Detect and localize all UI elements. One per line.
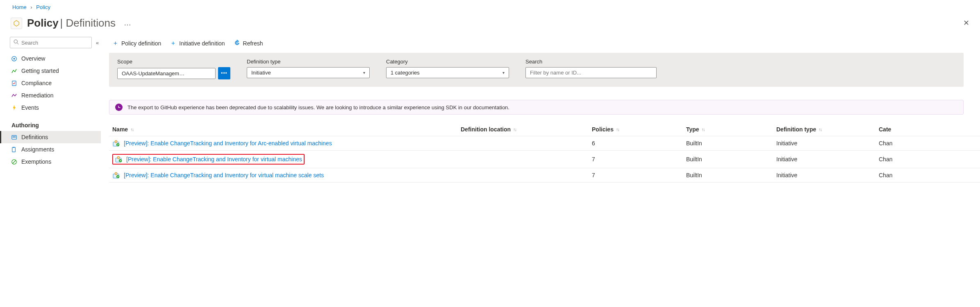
sidebar-item-compliance[interactable]: Compliance: [0, 77, 101, 89]
sidebar-item-exemptions[interactable]: Exemptions: [0, 156, 101, 168]
cell-type: BuiltIn: [686, 156, 776, 163]
plus-icon: ＋: [170, 39, 176, 47]
definition-link[interactable]: [Preview]: Enable ChangeTracking and Inv…: [124, 172, 324, 178]
policy-icon: [11, 18, 22, 29]
sidebar-item-label: Getting started: [21, 68, 59, 74]
initiative-icon: [112, 172, 120, 179]
events-icon: [11, 104, 17, 111]
sidebar-collapse[interactable]: «: [94, 38, 100, 47]
sidebar-item-label: Events: [21, 104, 39, 111]
cell-type: BuiltIn: [686, 140, 776, 147]
cell-type: BuiltIn: [686, 172, 776, 178]
dropdown-value: 1 categories: [391, 70, 420, 76]
grid-header: Name↑↓ Definition location↑↓ Policies↑↓ …: [109, 123, 980, 136]
toolbar-label: Initiative definition: [179, 40, 225, 47]
definition-link[interactable]: [Preview]: Enable ChangeTracking and Inv…: [124, 140, 332, 147]
sort-icon: ↑↓: [702, 127, 705, 132]
page-header: Policy | Definitions … ✕: [0, 10, 980, 35]
chevron-down-icon: ▾: [503, 70, 505, 75]
col-policies[interactable]: Policies↑↓: [592, 126, 686, 133]
filter-search-input[interactable]: [525, 67, 657, 78]
svg-marker-0: [14, 20, 19, 26]
definitions-icon: [11, 134, 17, 140]
definition-link[interactable]: [Preview]: Enable ChangeTracking and Inv…: [126, 156, 302, 163]
svg-line-12: [12, 160, 16, 163]
sidebar-item-label: Compliance: [21, 80, 52, 86]
col-name[interactable]: Name↑↓: [112, 126, 461, 133]
cell-definition-type: Initiative: [776, 156, 879, 163]
svg-point-20: [115, 172, 117, 175]
sidebar-search[interactable]: [10, 37, 92, 48]
table-row[interactable]: [Preview]: Enable ChangeTracking and Inv…: [109, 136, 980, 151]
content-area: ＋ Policy definition ＋ Initiative definit…: [101, 35, 980, 183]
search-icon: [14, 39, 19, 46]
cell-category: Chan: [879, 172, 944, 178]
chevron-down-icon: ▾: [363, 70, 365, 75]
sidebar-item-events[interactable]: Events: [0, 102, 101, 114]
breadcrumb-home[interactable]: Home: [12, 4, 27, 10]
svg-line-2: [17, 43, 19, 45]
sort-icon: ↑↓: [130, 127, 133, 132]
svg-point-4: [13, 58, 15, 59]
filter-bar: Scope OAAS-UpdateManagem… ••• Definition…: [109, 53, 964, 87]
refresh-icon: [234, 40, 240, 47]
exemptions-icon: [11, 158, 17, 165]
svg-point-17: [117, 156, 120, 159]
getting-started-icon: [11, 68, 17, 74]
col-category[interactable]: Cate: [879, 126, 944, 133]
sidebar-search-input[interactable]: [21, 40, 88, 46]
toolbar: ＋ Policy definition ＋ Initiative definit…: [109, 35, 980, 53]
ellipsis-icon: •••: [221, 71, 227, 76]
definition-type-dropdown[interactable]: Initiative ▾: [247, 67, 370, 78]
info-icon: [115, 104, 123, 111]
sidebar-item-assignments[interactable]: Assignments: [0, 143, 101, 156]
svg-point-1: [14, 40, 17, 43]
refresh-button[interactable]: Refresh: [234, 40, 263, 47]
svg-rect-10: [13, 147, 14, 147]
initiative-icon: [112, 140, 120, 147]
sidebar-item-overview[interactable]: Overview: [0, 52, 101, 65]
cell-category: Chan: [879, 156, 944, 163]
sidebar-section-authoring: Authoring: [0, 114, 101, 131]
toolbar-label: Policy definition: [121, 40, 161, 47]
sidebar-item-remediation[interactable]: Remediation: [0, 89, 101, 102]
assignments-icon: [11, 146, 17, 153]
col-definition-location[interactable]: Definition location↑↓: [461, 126, 592, 133]
plus-icon: ＋: [112, 39, 118, 47]
close-button[interactable]: ✕: [963, 18, 969, 27]
initiative-icon: [115, 156, 122, 163]
cell-category: Chan: [879, 140, 944, 147]
table-row[interactable]: [Preview]: Enable ChangeTracking and Inv…: [109, 151, 980, 168]
sort-icon: ↑↓: [616, 127, 619, 132]
cell-policies: 6: [592, 140, 686, 147]
add-initiative-definition[interactable]: ＋ Initiative definition: [170, 39, 225, 47]
more-actions[interactable]: …: [124, 19, 132, 27]
sidebar-item-definitions[interactable]: Definitions: [0, 131, 101, 143]
scope-value[interactable]: OAAS-UpdateManagem…: [117, 68, 216, 79]
remediation-icon: [11, 92, 17, 99]
table-row[interactable]: [Preview]: Enable ChangeTracking and Inv…: [109, 168, 980, 183]
overview-icon: [11, 55, 17, 62]
add-policy-definition[interactable]: ＋ Policy definition: [112, 39, 161, 47]
sort-icon: ↑↓: [819, 127, 821, 132]
col-type[interactable]: Type↑↓: [686, 126, 776, 133]
sidebar: « Overview Getting started Compliance Re…: [0, 35, 101, 183]
sidebar-item-getting-started[interactable]: Getting started: [0, 65, 101, 77]
breadcrumb-policy[interactable]: Policy: [36, 4, 50, 10]
cell-policies: 7: [592, 156, 686, 163]
cell-policies: 7: [592, 172, 686, 178]
cell-definition-type: Initiative: [776, 172, 879, 178]
scope-picker-button[interactable]: •••: [218, 67, 230, 79]
sidebar-item-label: Definitions: [21, 134, 48, 140]
toolbar-label: Refresh: [243, 40, 263, 47]
svg-point-14: [115, 140, 117, 143]
sidebar-item-label: Assignments: [21, 146, 54, 153]
deftype-label: Definition type: [247, 59, 370, 65]
deprecation-notice: The export to GitHub experience has been…: [109, 100, 964, 115]
col-definition-type[interactable]: Definition type↑↓: [776, 126, 879, 133]
svg-rect-9: [12, 147, 15, 151]
category-label: Category: [386, 59, 509, 65]
sidebar-item-label: Remediation: [21, 92, 54, 99]
breadcrumb-sep: ›: [30, 4, 32, 10]
category-dropdown[interactable]: 1 categories ▾: [386, 67, 509, 78]
